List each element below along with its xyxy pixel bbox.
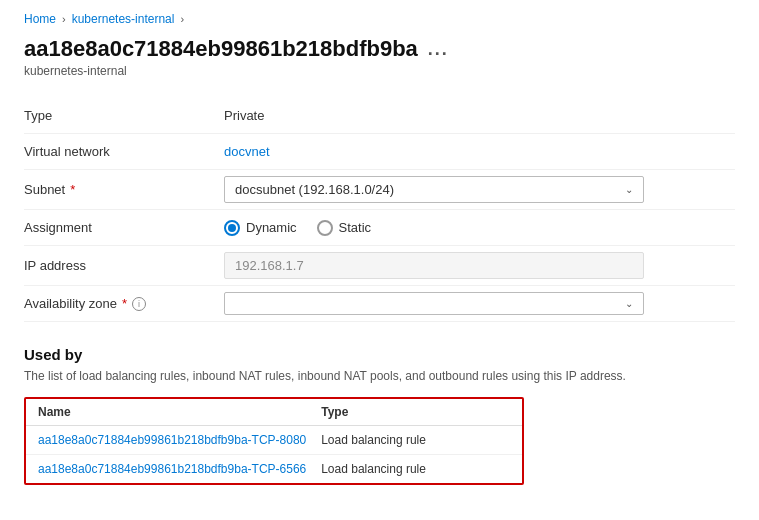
radio-static-circle xyxy=(317,220,333,236)
assignment-row: Assignment Dynamic Static xyxy=(24,210,735,246)
vnet-link[interactable]: docvnet xyxy=(224,144,270,159)
breadcrumb-sep-1: › xyxy=(62,13,66,25)
used-by-table: Name Type aa18e8a0c71884eb99861b218bdfb9… xyxy=(24,397,524,485)
radio-dynamic-label: Dynamic xyxy=(246,220,297,235)
az-label: Availability zone * i xyxy=(24,296,224,311)
page-title: aa18e8a0c71884eb99861b218bdfb9ba xyxy=(24,36,418,62)
page-subtitle: kubernetes-internal xyxy=(24,64,735,78)
subnet-value: docsubnet (192.168.1.0/24) ⌄ xyxy=(224,176,735,203)
col-header-type: Type xyxy=(321,405,510,419)
form-section: Type Private Virtual network docvnet Sub… xyxy=(24,98,735,322)
type-label: Type xyxy=(24,108,224,123)
used-by-title: Used by xyxy=(24,346,735,363)
breadcrumb-sep-2: › xyxy=(180,13,184,25)
subnet-required: * xyxy=(70,182,75,197)
az-dropdown[interactable]: ⌄ xyxy=(224,292,644,315)
ip-row: IP address 192.168.1.7 xyxy=(24,246,735,286)
type-row: Type Private xyxy=(24,98,735,134)
radio-dynamic[interactable]: Dynamic xyxy=(224,220,297,236)
chevron-down-icon: ⌄ xyxy=(625,184,633,195)
table-row: aa18e8a0c71884eb99861b218bdfb9ba-TCP-656… xyxy=(26,455,522,483)
az-row: Availability zone * i ⌄ xyxy=(24,286,735,322)
vnet-label: Virtual network xyxy=(24,144,224,159)
ip-label: IP address xyxy=(24,258,224,273)
row-1-type: Load balancing rule xyxy=(321,433,510,447)
subnet-label: Subnet * xyxy=(24,182,224,197)
table-header-row: Name Type xyxy=(26,399,522,426)
used-by-section: Used by The list of load balancing rules… xyxy=(24,346,735,485)
assignment-label: Assignment xyxy=(24,220,224,235)
breadcrumb-home[interactable]: Home xyxy=(24,12,56,26)
type-value: Private xyxy=(224,108,735,123)
az-chevron-icon: ⌄ xyxy=(625,298,633,309)
az-required: * xyxy=(122,296,127,311)
row-1-name-link[interactable]: aa18e8a0c71884eb99861b218bdfb9ba-TCP-808… xyxy=(38,433,321,447)
radio-dynamic-circle xyxy=(224,220,240,236)
table-row: aa18e8a0c71884eb99861b218bdfb9ba-TCP-808… xyxy=(26,426,522,455)
ip-value: 192.168.1.7 xyxy=(224,252,735,279)
row-2-name-link[interactable]: aa18e8a0c71884eb99861b218bdfb9ba-TCP-656… xyxy=(38,462,321,476)
subnet-row: Subnet * docsubnet (192.168.1.0/24) ⌄ xyxy=(24,170,735,210)
used-by-description: The list of load balancing rules, inboun… xyxy=(24,369,735,383)
az-value: ⌄ xyxy=(224,292,735,315)
breadcrumb-kubernetes[interactable]: kubernetes-internal xyxy=(72,12,175,26)
subnet-dropdown-value: docsubnet (192.168.1.0/24) xyxy=(235,182,394,197)
vnet-row: Virtual network docvnet xyxy=(24,134,735,170)
breadcrumb: Home › kubernetes-internal › xyxy=(24,12,735,26)
page-title-container: aa18e8a0c71884eb99861b218bdfb9ba ... xyxy=(24,36,735,62)
assignment-value: Dynamic Static xyxy=(224,220,735,236)
col-header-name: Name xyxy=(38,405,321,419)
radio-static-label: Static xyxy=(339,220,372,235)
subnet-dropdown[interactable]: docsubnet (192.168.1.0/24) ⌄ xyxy=(224,176,644,203)
ip-input-field: 192.168.1.7 xyxy=(224,252,644,279)
more-options-button[interactable]: ... xyxy=(428,39,449,60)
az-info-icon[interactable]: i xyxy=(132,297,146,311)
radio-static[interactable]: Static xyxy=(317,220,372,236)
assignment-radio-group: Dynamic Static xyxy=(224,220,735,236)
vnet-value: docvnet xyxy=(224,144,735,159)
row-2-type: Load balancing rule xyxy=(321,462,510,476)
